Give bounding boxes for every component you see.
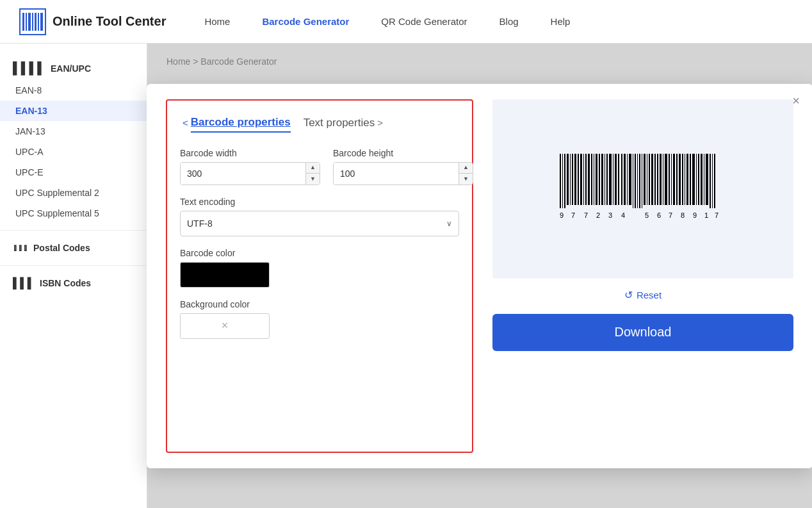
svg-rect-29 [615,154,617,205]
svg-rect-7 [40,13,43,31]
svg-rect-51 [673,154,675,205]
svg-text:2: 2 [596,211,600,219]
svg-rect-66 [714,154,715,208]
nav-home[interactable]: Home [204,16,230,27]
isbn-icon: ▌▌▌ [13,277,35,289]
main-nav: Home Barcode Generator QR Code Generator… [204,16,570,27]
tab-barcode-properties[interactable]: Barcode properties [191,113,291,133]
reset-button[interactable]: ↺ Reset [624,289,662,301]
download-button[interactable]: Download [492,314,793,351]
svg-text:7: 7 [584,211,588,219]
svg-rect-22 [596,154,597,205]
svg-rect-26 [606,154,608,205]
text-encoding-label: Text encoding [180,197,459,207]
svg-rect-11 [567,154,569,205]
svg-rect-52 [676,154,678,205]
svg-rect-56 [686,154,688,205]
svg-rect-62 [704,154,704,205]
svg-rect-45 [657,154,658,205]
svg-rect-43 [651,154,653,205]
sidebar-item-ean13[interactable]: EAN-13 [0,101,147,121]
background-color-group: Background color × [180,299,459,339]
svg-rect-38 [639,154,640,208]
sidebar-item-ean8[interactable]: EAN-8 [0,80,147,101]
svg-rect-16 [580,154,582,205]
sidebar-section-label-isbn: ISBN Codes [40,278,91,288]
sidebar-section-isbn: ▌▌▌ ISBN Codes [0,272,147,294]
svg-rect-25 [605,154,605,205]
tab-arrow-right: > [377,117,383,128]
text-encoding-select[interactable]: UTF-8 UTF-16 ISO-8859-1 [181,218,440,229]
svg-rect-54 [682,154,683,205]
logo-icon [19,8,46,35]
barcode-height-up[interactable]: ▲ [459,163,473,174]
svg-rect-46 [660,154,662,205]
content-area: Home > Barcode Generator × < Barcode pro… [147,44,812,508]
svg-text:3: 3 [608,211,612,219]
svg-rect-55 [685,154,685,205]
tab-text-properties[interactable]: Text properties [304,114,375,132]
barcode-width-input[interactable]: 300 [181,163,305,184]
barcode-color-label: Barcode color [180,248,459,258]
svg-rect-36 [635,154,636,208]
barcode-color-swatch[interactable] [180,262,270,288]
reset-label: Reset [637,290,662,300]
svg-rect-42 [649,154,650,205]
svg-rect-65 [712,154,713,208]
svg-rect-23 [599,154,600,205]
text-encoding-select-wrapper: UTF-8 UTF-16 ISO-8859-1 ∨ [180,211,459,236]
modal-close-button[interactable]: × [792,94,800,107]
sidebar: ▌▌▌▌ EAN/UPC EAN-8 EAN-13 JAN-13 UPC-A U… [0,44,147,508]
nav-help[interactable]: Help [551,16,571,27]
svg-rect-6 [38,13,39,31]
svg-rect-59 [696,154,697,205]
properties-tabs: < Barcode properties Text properties > [180,113,459,133]
sidebar-item-upc-supp5[interactable]: UPC Supplemental 5 [0,203,147,224]
svg-text:1: 1 [704,211,708,219]
svg-rect-4 [32,13,33,31]
svg-rect-63 [706,154,708,205]
svg-rect-19 [588,154,590,205]
nav-barcode-generator[interactable]: Barcode Generator [262,16,349,27]
nav-blog[interactable]: Blog [499,16,519,27]
barcode-width-up[interactable]: ▲ [306,163,320,174]
barcode-height-label: Barcode height [333,148,473,158]
svg-text:7: 7 [571,211,575,219]
svg-rect-60 [698,154,699,205]
sidebar-section-label-ean: EAN/UPC [51,63,91,74]
barcode-height-input-wrapper: 100 ▲ ▼ [333,162,473,185]
svg-rect-17 [583,154,584,205]
nav-qr-code-generator[interactable]: QR Code Generator [381,16,467,27]
barcode-width-group: Barcode width 300 ▲ ▼ [180,148,320,185]
svg-rect-12 [570,154,571,205]
properties-panel: < Barcode properties Text properties > B… [166,99,473,453]
barcode-width-down[interactable]: ▼ [306,174,320,184]
svg-rect-41 [647,154,647,205]
svg-text:4: 4 [621,211,625,219]
svg-rect-15 [578,154,579,205]
logo-text: Online Tool Center [53,14,166,29]
barcode-height-down[interactable]: ▼ [459,174,473,184]
svg-rect-24 [601,154,603,205]
svg-rect-27 [609,154,612,205]
logo: Online Tool Center [19,8,166,35]
svg-rect-58 [692,154,695,205]
barcode-svg-container: 9 7 7 2 3 4 5 6 7 8 9 1 [553,151,733,227]
svg-rect-37 [637,154,638,208]
main-layout: ▌▌▌▌ EAN/UPC EAN-8 EAN-13 JAN-13 UPC-A U… [0,44,812,508]
sidebar-item-upc-supp2[interactable]: UPC Supplemental 2 [0,183,147,203]
svg-text:9: 9 [560,211,564,219]
background-color-clear-icon: × [222,319,229,332]
sidebar-item-jan13[interactable]: JAN-13 [0,121,147,142]
header: Online Tool Center Home Barcode Generato… [0,0,812,44]
sidebar-item-upce[interactable]: UPC-E [0,162,147,183]
background-color-swatch[interactable]: × [180,313,270,339]
text-encoding-group: Text encoding UTF-8 UTF-16 ISO-8859-1 ∨ [180,197,459,236]
svg-rect-3 [28,13,31,31]
svg-text:9: 9 [693,211,697,219]
sidebar-item-upca[interactable]: UPC-A [0,142,147,162]
barcode-height-input[interactable]: 100 [334,163,459,184]
ean-upc-icon: ▌▌▌▌ [13,61,45,75]
svg-text:6: 6 [657,211,661,219]
svg-rect-31 [621,154,622,205]
